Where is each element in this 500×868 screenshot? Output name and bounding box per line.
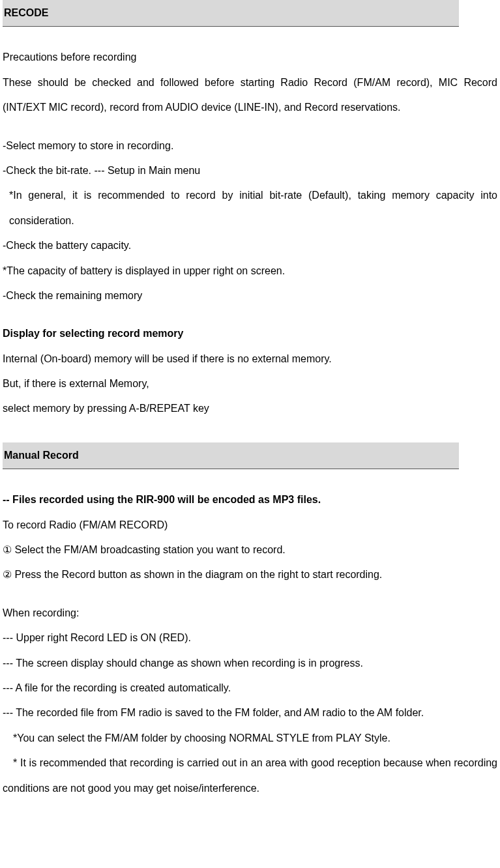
wr-note: *You can select the FM/AM folder by choo… <box>3 726 497 751</box>
wr-item: --- Upper right Record LED is ON (RED). <box>3 626 497 650</box>
spacer <box>3 474 497 487</box>
spacer <box>3 121 497 134</box>
precautions-block: Precautions before recording These shoul… <box>3 45 497 120</box>
list-item: -Check the remaining memory <box>3 283 497 308</box>
list-item: -Check the battery capacity. <box>3 233 497 258</box>
check-list: -Select memory to store in recording. -C… <box>3 134 497 309</box>
when-recording-title: When recording: <box>3 601 497 626</box>
list-item: -Select memory to store in recording. <box>3 134 497 158</box>
list-note: *In general, it is recommended to record… <box>3 183 497 233</box>
spacer <box>3 588 497 601</box>
manual-record-block: -- Files recorded using the RIR-900 will… <box>3 487 497 588</box>
precautions-body: These should be checked and followed bef… <box>3 70 497 121</box>
mp3-line: -- Files recorded using the RIR-900 will… <box>3 487 497 512</box>
spacer <box>3 308 497 321</box>
display-body: But, if there is external Memory, <box>3 371 497 396</box>
wr-note: * It is recommended that recording is ca… <box>3 751 497 801</box>
display-body: Internal (On-board) memory will be used … <box>3 347 497 371</box>
wr-item: --- The recorded file from FM radio is s… <box>3 701 497 725</box>
section-header-text: Manual Record <box>4 450 79 461</box>
step-1: ① Select the FM/AM broadcasting station … <box>3 538 497 562</box>
precautions-title: Precautions before recording <box>3 45 497 70</box>
when-recording-block: When recording: --- Upper right Record L… <box>3 601 497 801</box>
spacer <box>3 422 497 435</box>
section-header-text: RECODE <box>4 7 48 18</box>
list-item: -Check the bit-rate. --- Setup in Main m… <box>3 158 497 183</box>
list-note: *The capacity of battery is displayed in… <box>3 259 497 283</box>
display-block: Display for selecting record memory Inte… <box>3 321 497 422</box>
wr-item: --- The screen display should change as … <box>3 651 497 676</box>
display-body: select memory by pressing A-B/REPEAT key <box>3 396 497 421</box>
spacer <box>3 32 497 45</box>
wr-item: --- A file for the recording is created … <box>3 676 497 701</box>
record-radio-title: To record Radio (FM/AM RECORD) <box>3 513 497 538</box>
step-2: ② Press the Record button as shown in th… <box>3 562 497 587</box>
section-header-manual-record: Manual Record <box>3 442 459 469</box>
display-title: Display for selecting record memory <box>3 321 497 346</box>
document-page: RECODE Precautions before recording Thes… <box>0 0 500 801</box>
section-header-recode: RECODE <box>3 0 459 27</box>
